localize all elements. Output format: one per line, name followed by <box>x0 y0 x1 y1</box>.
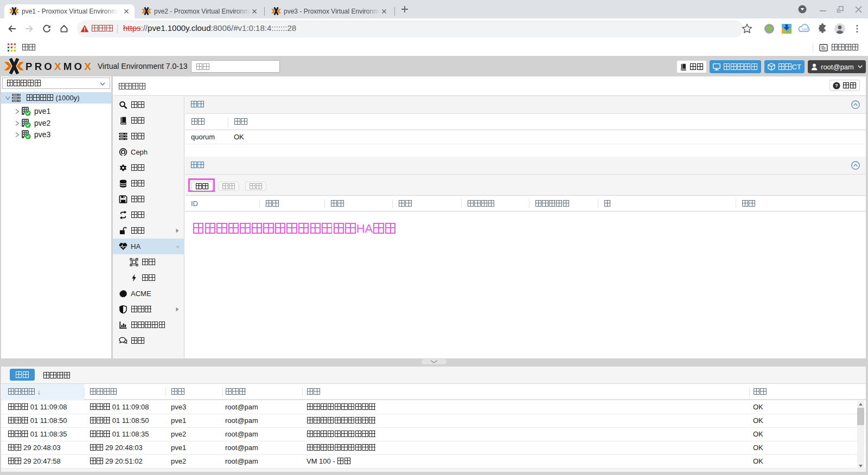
svg-text:1000: 1000 <box>802 28 808 31</box>
svg-text:?: ? <box>835 82 838 88</box>
